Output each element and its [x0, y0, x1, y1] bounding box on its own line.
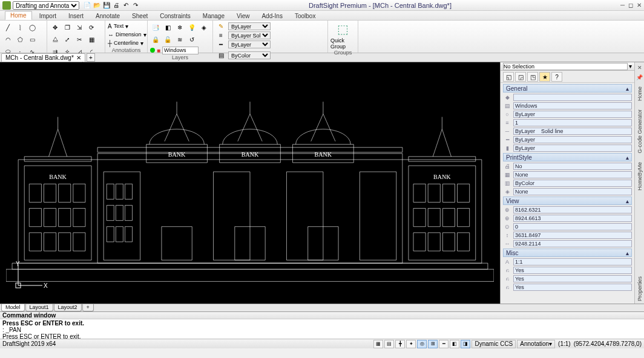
section-printstyle[interactable]: PrintStyle▴ — [503, 153, 632, 161]
prop-view-y[interactable] — [513, 215, 632, 222]
centerline-button[interactable]: Centerline — [114, 40, 139, 46]
lineweight-select[interactable]: ByLayer — [228, 41, 271, 48]
layer-iso-icon[interactable]: ◈ — [199, 22, 209, 33]
pattern-icon[interactable]: ▦ — [86, 34, 97, 45]
dimension-button[interactable]: Dimension — [116, 31, 142, 37]
help-button[interactable]: ? — [551, 72, 562, 82]
polygon-icon[interactable]: ⬠ — [15, 34, 25, 45]
printcolor-select[interactable]: ByColor — [228, 51, 271, 59]
drawing-canvas[interactable]: BANK BANK — [0, 62, 500, 304]
prop-lineweight[interactable] — [513, 136, 632, 143]
polyline-icon[interactable]: ⦚ — [15, 22, 25, 33]
copy-icon[interactable]: ❐ — [62, 22, 73, 33]
prop-view-w[interactable] — [513, 240, 632, 247]
prop-misc-3[interactable] — [513, 284, 632, 291]
scale-icon[interactable]: ⤢ — [62, 34, 73, 45]
prop-ps-none2[interactable] — [513, 188, 632, 195]
trim-icon[interactable]: ✂ — [74, 34, 85, 45]
new-icon[interactable]: 📄 — [83, 1, 91, 10]
righttab-properties[interactable]: Properties — [637, 274, 643, 304]
section-misc[interactable]: Misc▴ — [503, 249, 632, 257]
calc-button[interactable]: ◳ — [527, 72, 538, 82]
grid-toggle[interactable]: ▤ — [384, 340, 394, 348]
ortho-toggle[interactable]: ╋ — [395, 340, 405, 348]
tab-sheet[interactable]: Sheet — [127, 12, 153, 20]
annotation-label[interactable]: Annotation ▾ — [517, 340, 555, 348]
tab-constraints[interactable]: Constraints — [155, 12, 196, 20]
righttab-home[interactable]: Home — [637, 84, 643, 103]
quickgroup-icon[interactable]: ⬚ — [337, 22, 349, 36]
circle-icon[interactable]: ◯ — [27, 22, 38, 33]
text-button[interactable]: Text — [114, 23, 124, 29]
tab-toolbox[interactable]: Toolbox — [290, 12, 320, 20]
close-icon[interactable]: ✕ — [637, 2, 642, 8]
move-icon[interactable]: ✥ — [50, 22, 61, 33]
mirror-icon[interactable]: ⧋ — [50, 34, 61, 45]
linetype-select[interactable]: ByLayer Solid line — [228, 31, 271, 39]
prop-ps-bycolor[interactable] — [513, 180, 632, 187]
layer-freeze-icon[interactable]: ❄ — [174, 22, 185, 33]
prop-view-h[interactable] — [513, 232, 632, 239]
command-window[interactable]: Command window Press ESC or ENTER to exi… — [0, 311, 644, 339]
prop-color[interactable] — [513, 94, 632, 101]
save-icon[interactable]: 💾 — [102, 1, 111, 10]
dimension-icon[interactable]: ↔ — [108, 31, 114, 38]
layer-off-icon[interactable]: 💡 — [186, 22, 197, 33]
prop-misc-2[interactable] — [513, 275, 632, 282]
prop-view-x[interactable] — [513, 206, 632, 213]
print-icon[interactable]: 🖨 — [112, 1, 120, 10]
qinput-toggle[interactable]: ◧ — [450, 340, 459, 348]
stretch-icon[interactable]: ⇲ — [74, 22, 85, 33]
workspace-select[interactable]: Drafting and Annotation — [13, 1, 79, 10]
righttab-homebyme[interactable]: HomeByMe — [637, 160, 643, 193]
prop-thickness[interactable] — [513, 145, 632, 152]
current-layer-field[interactable] — [162, 47, 199, 54]
dock-close-icon[interactable]: ✕ — [637, 65, 642, 71]
prop-ps-no[interactable] — [513, 163, 632, 170]
tab-insert[interactable]: Insert — [64, 12, 88, 20]
pick-button[interactable]: ◱ — [503, 72, 514, 82]
toggle-pim-button[interactable]: ★ — [539, 72, 550, 82]
prop-view-z[interactable] — [513, 223, 632, 230]
etrack-toggle[interactable]: ⊞ — [428, 340, 438, 348]
sheet-add[interactable]: + — [82, 304, 94, 311]
lineweight-icon[interactable]: ━ — [215, 39, 226, 50]
tab-view[interactable]: View — [232, 12, 255, 20]
rectangle-icon[interactable]: ▭ — [27, 34, 38, 45]
lwt-toggle[interactable]: ━ — [439, 340, 448, 348]
layer-manager-icon[interactable]: 📑 — [150, 22, 161, 33]
tab-annotate[interactable]: Annotate — [91, 12, 125, 20]
snap-toggle[interactable]: ▦ — [373, 340, 383, 348]
open-icon[interactable]: 📂 — [93, 1, 101, 10]
minimize-icon[interactable]: ─ — [620, 2, 625, 8]
command-window-body[interactable]: Press ESC or ENTER to exit. : _PAN Press… — [0, 319, 644, 340]
redo-icon[interactable]: ↷ — [131, 1, 140, 10]
prop-layer[interactable] — [513, 102, 632, 109]
sheet-layout1[interactable]: Layout1 — [25, 304, 53, 311]
tab-close-icon[interactable]: ✕ — [76, 54, 81, 61]
prop-misc-1[interactable] — [513, 267, 632, 274]
new-tab-button[interactable]: + — [87, 53, 95, 62]
tab-home[interactable]: Home — [5, 11, 32, 20]
layer-lock-icon[interactable]: 🔒 — [150, 34, 161, 45]
document-tab[interactable]: MCh - Central Bank.dwg* ✕ — [1, 53, 85, 62]
section-view[interactable]: View▴ — [503, 197, 632, 205]
selection-filter[interactable] — [503, 63, 628, 70]
rotate-icon[interactable]: ⟳ — [86, 22, 97, 33]
maximize-icon[interactable]: ◻ — [628, 2, 633, 8]
tab-manage[interactable]: Manage — [198, 12, 229, 20]
dynccs-label[interactable]: Dynamic CCS — [472, 340, 516, 348]
layer-prev-icon[interactable]: ↺ — [186, 34, 197, 45]
sheet-model[interactable]: Model — [1, 304, 25, 311]
dock-pin-icon[interactable]: 📌 — [636, 74, 643, 80]
prop-linescale[interactable] — [513, 119, 632, 126]
esnap-toggle[interactable]: ◎ — [417, 340, 427, 348]
dynccs-toggle[interactable]: ◨ — [461, 340, 470, 348]
line-icon[interactable]: ╱ — [2, 22, 13, 33]
layer-state-icon[interactable]: ◧ — [162, 22, 173, 33]
tab-addins[interactable]: Add-Ins — [257, 12, 287, 20]
prop-misc-scale[interactable] — [513, 258, 632, 265]
layer-unlock-icon[interactable]: 🔓 — [162, 34, 173, 45]
layer-match-icon[interactable]: ≋ — [174, 34, 185, 45]
prop-colorby[interactable] — [513, 111, 632, 118]
